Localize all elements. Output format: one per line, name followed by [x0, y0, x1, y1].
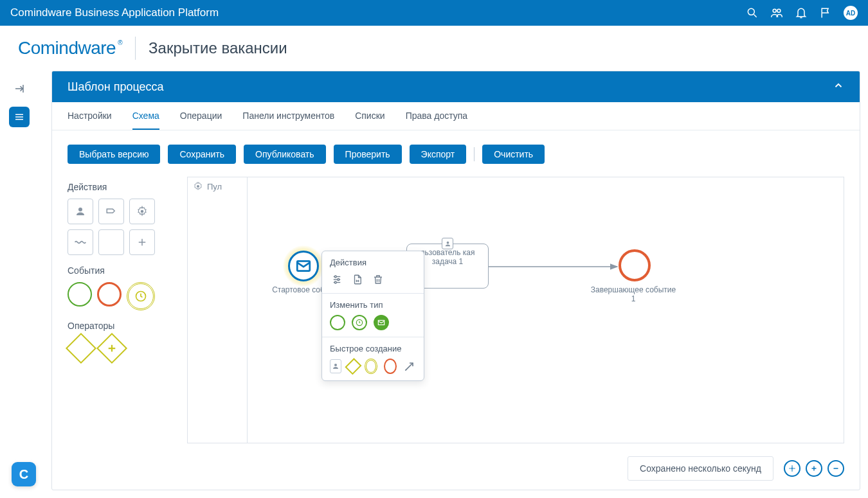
tab-lists[interactable]: Списки	[355, 102, 384, 130]
svg-point-23	[334, 281, 336, 283]
palette-service-task[interactable]	[98, 199, 124, 224]
palette-start-event[interactable]	[68, 282, 92, 307]
sequence-flow-arrow[interactable]	[489, 263, 624, 272]
end-event-label: Завершающее событие1	[585, 285, 682, 303]
zoom-fit-button[interactable]	[784, 460, 800, 477]
save-status: Сохранено несколько секунд	[628, 456, 773, 481]
svg-point-0	[748, 8, 754, 15]
ctx-quickcreate-title: Быстрое создание	[330, 344, 416, 353]
ctx-create-flow[interactable]	[403, 359, 416, 373]
ctx-create-gateway[interactable]	[345, 358, 361, 375]
ctx-delete-icon[interactable]	[371, 272, 385, 287]
pool-label[interactable]: Пул	[193, 181, 222, 191]
tab-operations[interactable]: Операции	[180, 102, 222, 130]
start-event-label: Стартовое соб	[267, 285, 329, 294]
svg-line-1	[754, 15, 757, 17]
breadcrumb: Закрытие вакансии	[149, 39, 287, 57]
palette-operators-header: Операторы	[68, 321, 177, 331]
svg-point-8	[141, 210, 144, 213]
svg-line-29	[405, 363, 413, 371]
clear-button[interactable]: Очистить	[482, 145, 545, 164]
palette-actions-header: Действия	[68, 182, 177, 192]
svg-point-16	[446, 241, 449, 244]
palette-gateway[interactable]	[66, 333, 96, 364]
tab-toolbars[interactable]: Панели инструментов	[242, 102, 334, 130]
app-title: Comindware Business Application Platform	[10, 6, 746, 19]
svg-point-3	[777, 9, 781, 12]
app-badge[interactable]: C	[12, 462, 36, 486]
palette-blank[interactable]	[98, 229, 124, 255]
search-icon[interactable]	[746, 6, 759, 19]
svg-point-30	[791, 468, 793, 469]
save-button[interactable]: Сохранить	[168, 145, 236, 164]
user-task-icon	[442, 238, 453, 249]
svg-point-21	[334, 276, 336, 278]
menu-button[interactable]	[9, 107, 30, 127]
palette-user-task[interactable]	[68, 199, 93, 224]
ctx-create-intermediate[interactable]	[365, 359, 377, 374]
svg-point-7	[78, 208, 82, 211]
expand-sidebar-button[interactable]	[9, 78, 30, 99]
diagram-canvas[interactable]: Пул Стартовое соб льзователь кая задача …	[187, 177, 844, 443]
panel-title: Шаблон процесса	[68, 80, 164, 94]
ctx-actions-title: Действия	[330, 258, 416, 267]
palette-plus[interactable]	[129, 229, 155, 255]
tab-settings[interactable]: Настройки	[68, 102, 112, 130]
ctx-create-end[interactable]	[384, 359, 397, 374]
ctx-type-none[interactable]	[330, 315, 345, 330]
header-divider	[135, 37, 136, 60]
start-event-node[interactable]	[288, 251, 319, 281]
tab-scheme[interactable]: Схема	[132, 102, 159, 130]
check-button[interactable]: Проверить	[334, 145, 402, 164]
palette-wave-task[interactable]	[68, 229, 93, 255]
bell-icon[interactable]	[795, 6, 808, 19]
zoom-in-button[interactable]	[806, 460, 822, 477]
button-separator	[474, 147, 475, 161]
select-version-button[interactable]: Выбрать версию	[68, 145, 160, 164]
people-icon[interactable]	[770, 6, 783, 19]
logo: Comindware®	[18, 38, 122, 58]
palette-events-header: События	[68, 265, 177, 276]
svg-point-28	[334, 364, 337, 366]
ctx-changetype-title: Изменить тип	[330, 300, 416, 310]
lane-separator	[247, 177, 248, 443]
svg-point-14	[197, 185, 199, 188]
palette-timer-event[interactable]	[127, 282, 155, 310]
palette-gear-task[interactable]	[129, 199, 155, 224]
palette-end-event[interactable]	[97, 282, 122, 307]
avatar[interactable]: AD	[844, 6, 858, 20]
collapse-panel-icon[interactable]	[833, 80, 844, 94]
svg-point-22	[338, 279, 339, 281]
ctx-script-icon[interactable]	[350, 272, 365, 287]
tab-permissions[interactable]: Права доступа	[406, 102, 467, 130]
publish-button[interactable]: Опубликовать	[244, 145, 326, 164]
export-button[interactable]: Экспорт	[410, 145, 467, 164]
ctx-type-message[interactable]	[374, 315, 389, 330]
ctx-type-timer[interactable]	[352, 315, 367, 330]
ctx-settings-icon[interactable]	[330, 272, 344, 287]
ctx-create-task[interactable]	[330, 359, 341, 373]
palette-gateway-plus[interactable]	[96, 333, 127, 364]
flag-icon[interactable]	[819, 6, 832, 19]
zoom-out-button[interactable]	[827, 460, 844, 477]
end-event-node[interactable]	[619, 249, 651, 281]
svg-point-2	[773, 9, 776, 12]
node-context-menu: Действия Изменить тип	[321, 251, 424, 381]
